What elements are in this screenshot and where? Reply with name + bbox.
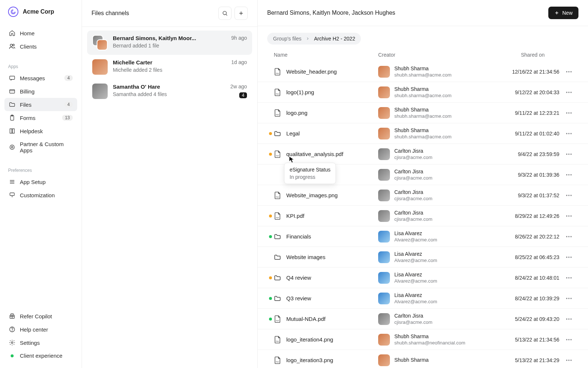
more-actions-button[interactable] — [564, 149, 574, 159]
file-row[interactable]: PNG logo_iteration3.png Shubh Sharma 5/1… — [258, 350, 588, 368]
avatar — [92, 59, 108, 75]
nav-settings[interactable]: Settings — [4, 336, 77, 349]
add-channel-button[interactable] — [234, 7, 248, 20]
svg-point-21 — [570, 92, 571, 93]
nav-customization[interactable]: Customization — [4, 188, 77, 202]
nav-users[interactable]: Clients — [4, 40, 77, 53]
creator-name: Carlton Jisra — [394, 148, 433, 154]
more-actions-button[interactable] — [564, 293, 574, 304]
creator-email: cjisra@acme.com — [394, 196, 433, 201]
channel-item[interactable]: Samantha O' Hare Samantha added 4 files … — [87, 79, 252, 103]
channels-column: Files channels Bernard Simons, Kaitlyn M… — [82, 0, 258, 368]
creator-avatar — [378, 190, 390, 201]
creator-avatar — [378, 354, 390, 366]
avatar-stack — [92, 35, 108, 50]
more-actions-button[interactable] — [564, 273, 574, 283]
nav-home[interactable]: Home — [4, 26, 77, 40]
nav-label: Help center — [20, 326, 73, 333]
breadcrumbs: Group's filesArchive H2 - 2022 — [258, 26, 588, 45]
nav-forms[interactable]: Forms 13 — [4, 111, 77, 124]
file-table-header: Name Creator Shared on — [258, 45, 588, 61]
nav-app-setup[interactable]: App Setup — [4, 175, 77, 188]
breadcrumb-item[interactable]: Archive H2 - 2022 — [314, 36, 355, 42]
svg-point-59 — [570, 318, 571, 319]
more-actions-button[interactable] — [564, 231, 574, 242]
breadcrumb-item[interactable]: Group's files — [273, 36, 301, 42]
svg-point-45 — [568, 236, 569, 237]
new-button[interactable]: New — [548, 7, 578, 19]
svg-point-11 — [12, 330, 12, 331]
more-actions-button[interactable] — [564, 252, 574, 262]
file-row[interactable]: PNG Website_images.png Carlton Jisra cji… — [258, 185, 588, 206]
more-actions-button[interactable] — [564, 108, 574, 118]
file-row[interactable]: Legal Shubh Sharma shubh.sharma@acme.com… — [258, 123, 588, 144]
file-row[interactable]: PDF Mutual-NDA.pdf Carlton Jisra cjisra@… — [258, 309, 588, 329]
shared-date: 8/29/22 at 12:49:26 — [481, 213, 559, 219]
badge: 13 — [62, 115, 73, 121]
more-actions-button[interactable] — [564, 314, 574, 324]
nav-files[interactable]: Files 4 — [4, 98, 77, 111]
file-row[interactable]: Financials Lisa Alvarez Alvarez@acme.com… — [258, 226, 588, 247]
channel-item[interactable]: Michelle Carter Michelle added 2 files 1… — [87, 55, 252, 79]
more-actions-button[interactable] — [564, 190, 574, 201]
more-actions-button[interactable] — [564, 87, 574, 98]
svg-point-1 — [13, 44, 15, 46]
creator-email: shubh.sharma@acme.com — [394, 93, 452, 98]
nav-help-center[interactable]: Help center — [4, 323, 77, 336]
book-icon — [9, 128, 15, 134]
more-actions-button[interactable] — [564, 335, 574, 345]
file-row[interactable]: Website images Lisa Alvarez Alvarez@acme… — [258, 247, 588, 268]
file-name: Mutual-NDA.pdf — [286, 316, 326, 322]
nav-client-experience[interactable]: Client experience — [4, 349, 77, 362]
more-actions-button[interactable] — [564, 355, 574, 365]
more-actions-button[interactable] — [564, 211, 574, 221]
file-name: Q4 review — [286, 275, 311, 281]
column-name[interactable]: Name — [274, 52, 378, 58]
brand[interactable]: Acme Corp — [0, 0, 82, 24]
channel-list: Bernard Simons, Kaitlyn Moor... Bernard … — [82, 27, 257, 107]
more-actions-button[interactable] — [564, 170, 574, 180]
column-shared-on[interactable]: Shared on — [481, 52, 578, 58]
shared-date: 9/3/22 at 01:39:36 — [481, 172, 559, 178]
creator-name: Lisa Alvarez — [394, 292, 437, 298]
nav-partner-custom-apps[interactable]: Partner & Custom Apps — [4, 138, 77, 157]
channel-item[interactable]: Bernard Simons, Kaitlyn Moor... Bernard … — [87, 31, 252, 55]
svg-point-25 — [570, 112, 571, 113]
svg-text:PNG: PNG — [276, 72, 279, 74]
svg-text:PDF: PDF — [276, 319, 279, 321]
folder-icon — [274, 274, 281, 282]
search-button[interactable] — [218, 7, 232, 20]
svg-point-17 — [570, 71, 571, 72]
file-row[interactable]: PNG logo.png Shubh Sharma shubh.sharma@a… — [258, 103, 588, 123]
svg-point-31 — [568, 153, 569, 155]
status-dot-icon — [269, 276, 272, 279]
creator-avatar — [378, 210, 390, 222]
svg-point-33 — [566, 174, 567, 175]
nav-refer-copilot[interactable]: Refer Copilot — [4, 309, 77, 323]
svg-point-6 — [10, 145, 14, 149]
creator-email: Alvarez@acme.com — [394, 278, 437, 284]
card-icon — [9, 88, 15, 95]
cog-icon — [9, 339, 15, 346]
file-row[interactable]: Q3 review Lisa Alvarez Alvarez@acme.com … — [258, 288, 588, 309]
badge: 4 — [64, 102, 73, 107]
nav-billing[interactable]: Billing — [4, 85, 77, 98]
more-actions-button[interactable] — [564, 128, 574, 139]
file-row[interactable]: PNG logo_iteration4.png Shubh Sharma shu… — [258, 329, 588, 350]
channel-name: Michelle Carter — [113, 59, 226, 66]
nav-helpdesk[interactable]: Helpdesk — [4, 124, 77, 138]
file-row[interactable]: PDF KPI.pdf Carlton Jisra cjisra@acme.co… — [258, 206, 588, 226]
file-row[interactable]: PNG Website_header.png Shubh Sharma shub… — [258, 61, 588, 82]
creator-email: cjisra@acme.com — [394, 175, 433, 181]
shared-date: 9/11/22 at 12:23:21 — [481, 110, 559, 116]
column-creator[interactable]: Creator — [378, 52, 481, 58]
more-actions-button[interactable] — [564, 67, 574, 77]
file-row[interactable]: Q4 review Lisa Alvarez Alvarez@acme.com … — [258, 268, 588, 288]
creator-name: Shubh Sharma — [394, 333, 465, 339]
nav-messages[interactable]: Messages 4 — [4, 71, 77, 85]
file-row[interactable]: PNG logo(1).png Shubh Sharma shubh.sharm… — [258, 82, 588, 103]
svg-text:PNG: PNG — [276, 113, 279, 115]
help-icon — [9, 326, 15, 333]
file-list[interactable]: PNG Website_header.png Shubh Sharma shub… — [258, 61, 588, 368]
file-row[interactable]: PDF qualitative_analysis.pdf Carlton Jis… — [258, 144, 588, 164]
